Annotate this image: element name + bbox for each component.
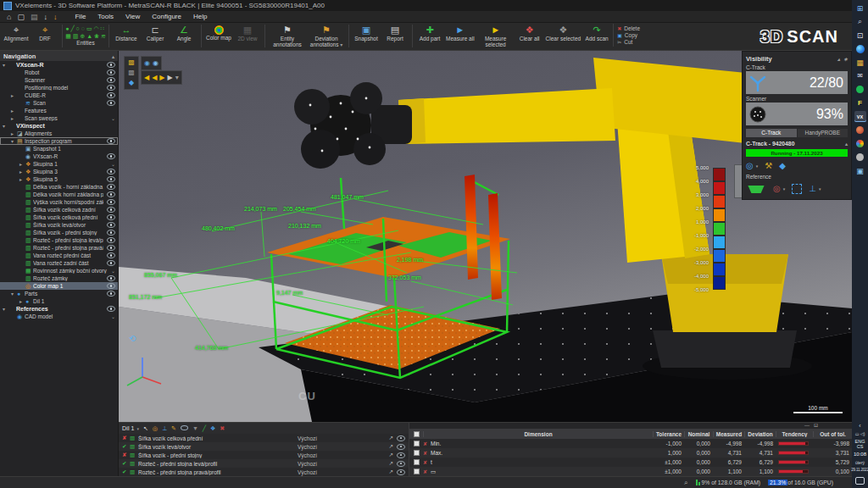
tree-item[interactable]: Délka vozík horní základna pravá [0, 191, 118, 198]
tree-item[interactable]: Vana rozteč zadní část [0, 259, 118, 267]
menu-item[interactable]: Configure [146, 11, 187, 22]
tray-indicators[interactable]: ▭ ◁) [855, 431, 865, 436]
tree-visibility-icon[interactable] [107, 222, 115, 228]
tree-item[interactable]: Vana rozteč přední část [0, 252, 118, 259]
part-toolbar-icon[interactable] [181, 424, 188, 432]
part-toolbar-icon[interactable] [162, 424, 167, 432]
quick-access-button[interactable] [31, 12, 38, 22]
tree-item[interactable]: Šířka vozík levá/otvor [0, 221, 118, 229]
ribbon-button[interactable]: DRF [31, 24, 59, 42]
viewport-tool-icon[interactable] [128, 58, 135, 67]
tree-visibility-icon[interactable] [107, 191, 115, 197]
tree-visibility-icon[interactable] [107, 176, 115, 182]
device-section-header[interactable]: C-Track - 9420480 [746, 141, 848, 147]
row-checkbox[interactable] [414, 441, 420, 446]
ribbon-button[interactable] [412, 25, 413, 47]
tree-visibility-icon[interactable] [107, 77, 115, 83]
tree-item[interactable]: Skupina 5 [0, 175, 118, 183]
tree-item[interactable]: Scan sweeps [0, 114, 118, 122]
column-nominal[interactable]: Nominal [684, 431, 713, 437]
tree-visibility-icon[interactable] [107, 306, 115, 312]
visibility-eye-icon[interactable] [397, 444, 405, 450]
tree-visibility-icon[interactable] [107, 100, 115, 106]
tree-visibility-icon[interactable] [107, 230, 115, 236]
settings-wrench-icon[interactable] [765, 161, 772, 171]
ribbon-button[interactable] [264, 25, 265, 47]
tree-expander-icon[interactable] [19, 176, 25, 182]
quick-access-button[interactable] [53, 12, 58, 22]
reference-model-icon[interactable] [748, 186, 764, 193]
taskbar-app-icon[interactable] [854, 16, 866, 27]
tree-visibility-icon[interactable] [107, 169, 115, 175]
tree-item[interactable]: Snapshot 1 [0, 145, 118, 152]
tree-expander-icon[interactable] [3, 123, 8, 129]
part-toolbar-icon[interactable] [192, 424, 198, 432]
taskbar-app-icon[interactable] [854, 30, 866, 41]
tree-visibility-icon[interactable] [107, 283, 115, 289]
menu-item[interactable]: Tools [92, 11, 120, 22]
measurement-annotation[interactable]: 404,720 mm [327, 238, 360, 244]
ribbon-button[interactable]: Deviation annotations [307, 24, 346, 49]
tree-visibility-icon[interactable] [107, 252, 115, 258]
viewport-view-icon[interactable] [153, 59, 159, 68]
ribbon-button[interactable]: Clear all [515, 24, 544, 42]
measurement-annotation[interactable]: 205,454 mm [283, 206, 316, 212]
measurement-annotation[interactable]: 214,073 mm [244, 206, 277, 212]
tree-item[interactable]: Rovinnost zámky boční otvory [0, 267, 118, 274]
part-toolbar-icon[interactable] [220, 424, 225, 432]
measurement-annotation[interactable]: 855,067 mm [144, 272, 177, 278]
taskbar-app-icon[interactable] [854, 3, 866, 14]
tree-item[interactable]: Scanner [0, 76, 118, 84]
ribbon-button[interactable]: Clear selected [544, 24, 583, 42]
ribbon-button[interactable]: Add scan [582, 24, 611, 42]
tree-visibility-icon[interactable] [107, 291, 115, 297]
ribbon-button[interactable]: Measure selected [476, 24, 515, 48]
inspection-row[interactable]: Šířka vozík - přední stojny Výchozí [119, 451, 409, 459]
tree-expander-icon[interactable] [3, 306, 8, 312]
tree-item[interactable]: Skupina 1 [0, 160, 118, 168]
results-row[interactable]: Max. 1,000 0,000 4,731 4,731 3,731 [409, 448, 852, 458]
tree-item[interactable]: Rozteč - přední stojna levá/profil [0, 236, 118, 244]
triad-reference-icon[interactable] [809, 184, 816, 194]
tree-visibility-icon[interactable] [111, 268, 115, 274]
device-tab[interactable]: C-Track [746, 129, 797, 137]
measure-icon[interactable] [389, 452, 393, 458]
language-indicator[interactable]: ENG CS [855, 439, 865, 449]
tree-expander-icon[interactable] [19, 161, 25, 167]
taskbar-app-icon[interactable] [854, 70, 866, 81]
ribbon-button[interactable]: Caliper [141, 24, 170, 42]
pin-icon[interactable]: ∗ [843, 56, 848, 62]
column-tendency[interactable]: Tendency [776, 431, 813, 437]
tree-visibility-icon[interactable] [111, 161, 115, 167]
part-toolbar-icon[interactable] [153, 424, 158, 432]
float-panel-icon[interactable]: ⊡ [814, 423, 818, 429]
collapse-panel-icon[interactable]: ▴ [112, 53, 114, 59]
tree-expander-icon[interactable] [11, 138, 17, 144]
tree-item[interactable]: VXinspect [0, 122, 118, 130]
ribbon-button[interactable]: Snapshot [352, 24, 381, 42]
taskbar-app-icon[interactable] [854, 111, 866, 122]
row-checkbox[interactable] [414, 459, 420, 465]
tree-item[interactable]: CUBE-R [0, 92, 118, 99]
tree-visibility-icon[interactable] [107, 207, 115, 213]
measurement-annotation[interactable]: 414,768 mm [195, 345, 228, 351]
tree-visibility-icon[interactable] [107, 85, 115, 91]
tree-visibility-icon[interactable] [107, 62, 115, 68]
inspection-row[interactable]: Rozteč - přední stojna pravá/profil Vých… [119, 468, 409, 476]
ribbon-button[interactable]: Measure all [444, 24, 476, 42]
measurement-annotation[interactable]: 210,132 mm [288, 223, 321, 229]
notification-center-icon[interactable] [855, 477, 865, 485]
menu-item[interactable]: View [120, 11, 146, 22]
column-out-of-tol[interactable]: Out of tol. [813, 431, 852, 437]
device-tab[interactable]: HandyPROBE [798, 129, 849, 137]
inspection-row[interactable]: Šířka vozík levá/otvor Výchozí [119, 442, 409, 451]
row-checkbox[interactable] [414, 450, 420, 456]
dropdown-caret-icon[interactable]: ▾ [819, 186, 821, 191]
ribbon-button[interactable] [348, 25, 349, 47]
tree-item[interactable]: VXscan-R [0, 152, 118, 160]
results-row[interactable]: t ±1,000 0,000 6,729 6,729 5,729 [409, 458, 852, 467]
visibility-eye-icon[interactable] [397, 452, 405, 458]
viewport-playback-icon[interactable] [152, 74, 157, 82]
tree-visibility-icon[interactable] [107, 275, 115, 281]
viewport-playback-icon[interactable] [167, 74, 172, 82]
